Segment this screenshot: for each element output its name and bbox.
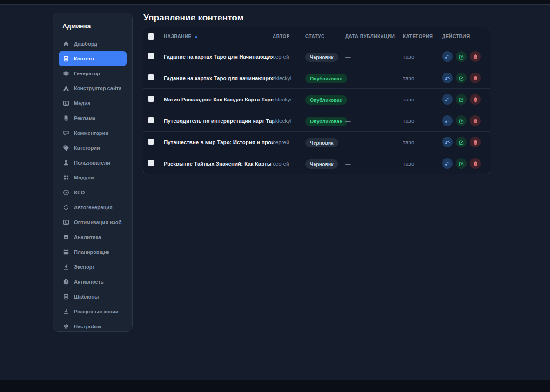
row-title: Раскрытие Тайных Значений: Как Карты Та.… xyxy=(164,161,273,166)
sidebar-item-export[interactable]: Экспорт xyxy=(59,259,127,274)
trash-icon xyxy=(473,97,478,102)
sort-asc-icon: ▲ xyxy=(195,34,198,39)
sidebar-item-comments[interactable]: Комментарии xyxy=(59,126,127,140)
row-category: таро xyxy=(403,140,442,145)
row-publish-date: — xyxy=(345,161,403,166)
edit-button[interactable] xyxy=(456,137,467,147)
sidebar-item-image-optimization[interactable]: Оптимизация изобра... xyxy=(59,215,127,230)
status-badge: Черновик xyxy=(305,159,338,169)
trash-icon xyxy=(473,54,478,60)
sidebar-item-settings[interactable]: Настройки xyxy=(59,319,127,334)
edit-button[interactable] xyxy=(456,158,467,169)
sidebar-item-autogeneration[interactable]: Автогенерация xyxy=(59,200,127,215)
content-table: НАЗВАНИЕ ▲ АВТОР СТАТУС ДАТА ПУБЛИКАЦИИ … xyxy=(143,27,490,174)
edit-button[interactable] xyxy=(456,73,467,83)
home-icon xyxy=(63,40,69,47)
sidebar-item-templates[interactable]: Шаблоны xyxy=(59,289,127,304)
row-checkbox[interactable] xyxy=(148,160,154,166)
view-button[interactable] xyxy=(442,137,453,147)
top-bar xyxy=(0,0,550,5)
sync-icon xyxy=(63,204,69,211)
column-header-actions: ДЕЙСТВИЯ xyxy=(442,34,490,39)
edit-icon xyxy=(459,161,464,166)
sidebar-item-analytics[interactable]: Аналитика xyxy=(59,230,127,245)
sidebar-item-site-builder[interactable]: Конструктор сайта xyxy=(59,81,127,96)
edit-icon xyxy=(459,118,464,124)
row-author: сергей xyxy=(273,140,305,145)
row-checkbox[interactable] xyxy=(148,74,154,80)
table-row: Путешествие в мир Таро: История и происх… xyxy=(143,131,490,153)
view-button[interactable] xyxy=(442,115,453,126)
sidebar-item-content[interactable]: Контент xyxy=(59,51,127,66)
delete-button[interactable] xyxy=(470,137,481,147)
chip-icon xyxy=(63,70,69,77)
column-header-category: КАТЕГОРИЯ xyxy=(403,34,442,39)
chat-bubble-icon xyxy=(63,130,69,136)
row-publish-date: — xyxy=(345,75,403,81)
edit-button[interactable] xyxy=(456,94,467,105)
row-title: Путешествие в мир Таро: История и происх… xyxy=(164,140,273,145)
row-publish-date: — xyxy=(345,54,403,60)
sidebar-item-scheduler[interactable]: Планировщик xyxy=(59,245,127,259)
clock-icon xyxy=(63,279,69,285)
delete-button[interactable] xyxy=(470,51,481,62)
page-title: Управление контентом xyxy=(143,13,244,23)
delete-button[interactable] xyxy=(470,115,481,126)
trash-icon xyxy=(473,75,478,81)
sidebar-item-seo[interactable]: SEO xyxy=(59,185,127,200)
select-all-checkbox[interactable] xyxy=(148,33,154,40)
row-title: Путеводитель по интерпретации карт Таро:… xyxy=(164,118,273,124)
clipboard-icon xyxy=(63,55,69,62)
image-icon xyxy=(63,219,69,226)
row-author: skleckyi xyxy=(273,97,305,102)
check-square-icon xyxy=(63,234,69,240)
sidebar-item-ads[interactable]: Реклама xyxy=(59,111,127,126)
row-checkbox[interactable] xyxy=(148,96,154,102)
sidebar-item-categories[interactable]: Категории xyxy=(59,140,127,155)
sidebar-item-modules[interactable]: Модули xyxy=(59,170,127,185)
edit-button[interactable] xyxy=(456,51,467,62)
row-publish-date: — xyxy=(345,118,403,124)
edit-icon xyxy=(459,140,464,145)
gear-icon xyxy=(63,323,69,330)
column-header-title[interactable]: НАЗВАНИЕ ▲ xyxy=(164,34,273,39)
sidebar-item-activity[interactable]: Активность xyxy=(59,274,127,289)
sidebar-item-dashboard[interactable]: Дашборд xyxy=(59,36,127,51)
sidebar: Админка Дашборд Контент Генератор Констр… xyxy=(53,13,133,332)
sidebar-item-generator[interactable]: Генератор xyxy=(59,66,127,81)
table-row: Гадание на картах Таро для Начинающих: .… xyxy=(143,46,490,67)
trash-icon xyxy=(473,140,478,145)
row-title: Гадание на картах Таро для Начинающих: .… xyxy=(164,54,273,60)
row-checkbox[interactable] xyxy=(148,139,154,145)
row-checkbox[interactable] xyxy=(148,53,154,59)
download-icon xyxy=(63,308,69,315)
table-row: Путеводитель по интерпретации карт Таро:… xyxy=(143,110,490,131)
table-row: Раскрытие Тайных Значений: Как Карты Та.… xyxy=(143,153,490,174)
row-category: таро xyxy=(403,54,442,60)
row-category: таро xyxy=(403,118,442,124)
edit-icon xyxy=(459,97,464,102)
trash-icon xyxy=(473,161,478,166)
view-button[interactable] xyxy=(442,94,453,105)
view-button[interactable] xyxy=(442,73,453,83)
sidebar-item-users[interactable]: Пользователи xyxy=(59,155,127,170)
table-row: Магия Раскладов: Как Каждая Карта Таро Р… xyxy=(143,88,490,110)
edit-button[interactable] xyxy=(456,115,467,126)
delete-button[interactable] xyxy=(470,73,481,83)
view-icon xyxy=(445,118,450,124)
sidebar-item-media[interactable]: Медиа xyxy=(59,96,127,111)
table-row: Гадание на картах Таро для начинающих: П… xyxy=(143,67,490,88)
status-badge: Опубликован xyxy=(305,117,347,126)
status-badge: Черновик xyxy=(305,53,338,62)
row-checkbox[interactable] xyxy=(148,117,154,123)
status-badge: Черновик xyxy=(305,138,338,147)
column-header-status: СТАТУС xyxy=(305,34,345,39)
view-button[interactable] xyxy=(442,158,453,169)
image-icon xyxy=(63,100,69,106)
row-publish-date: — xyxy=(345,140,403,145)
delete-button[interactable] xyxy=(470,158,481,169)
delete-button[interactable] xyxy=(470,94,481,105)
view-button[interactable] xyxy=(442,51,453,62)
sidebar-item-backups[interactable]: Резервные копии xyxy=(59,304,127,319)
view-icon xyxy=(445,161,450,166)
